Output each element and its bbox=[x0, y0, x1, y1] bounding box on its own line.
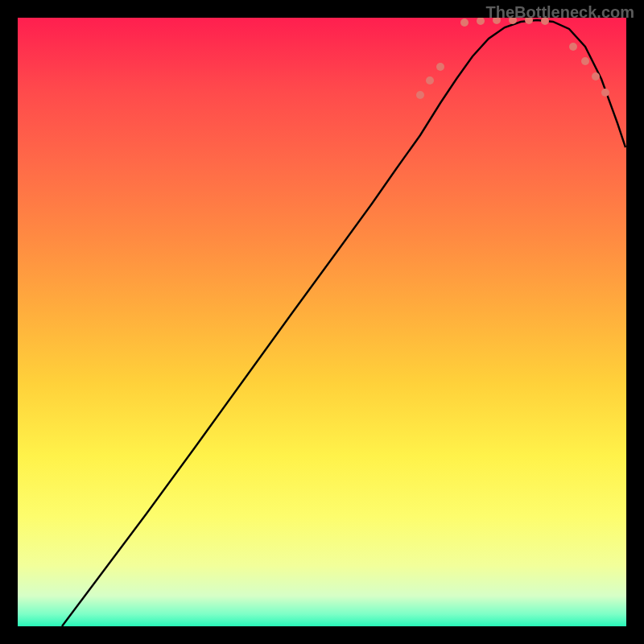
marker-right-cluster-3 bbox=[592, 72, 600, 80]
marker-left-cluster-2 bbox=[426, 76, 434, 85]
marker-right-cluster-2 bbox=[581, 57, 589, 65]
curve-layer bbox=[18, 18, 626, 626]
marker-left-cluster-1 bbox=[416, 91, 424, 99]
marker-right-cluster-1 bbox=[569, 43, 577, 51]
marker-left-cluster-3 bbox=[436, 63, 444, 71]
bottleneck-curve bbox=[62, 20, 625, 626]
watermark-text: TheBottleneck.com bbox=[486, 3, 634, 22]
marker-right-cluster-4 bbox=[601, 89, 609, 97]
plot-area bbox=[18, 18, 626, 626]
marker-flat-1 bbox=[460, 19, 469, 27]
chart-frame: TheBottleneck.com bbox=[0, 0, 644, 644]
